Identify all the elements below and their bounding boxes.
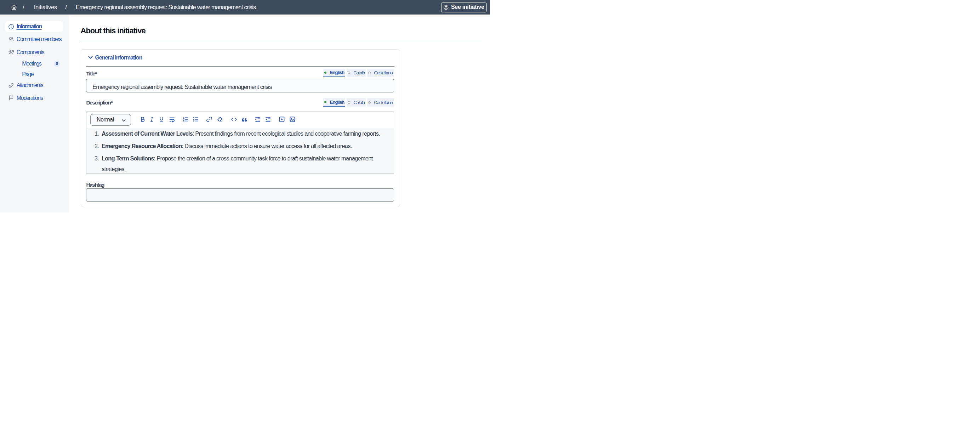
- svg-text:3: 3: [183, 120, 185, 123]
